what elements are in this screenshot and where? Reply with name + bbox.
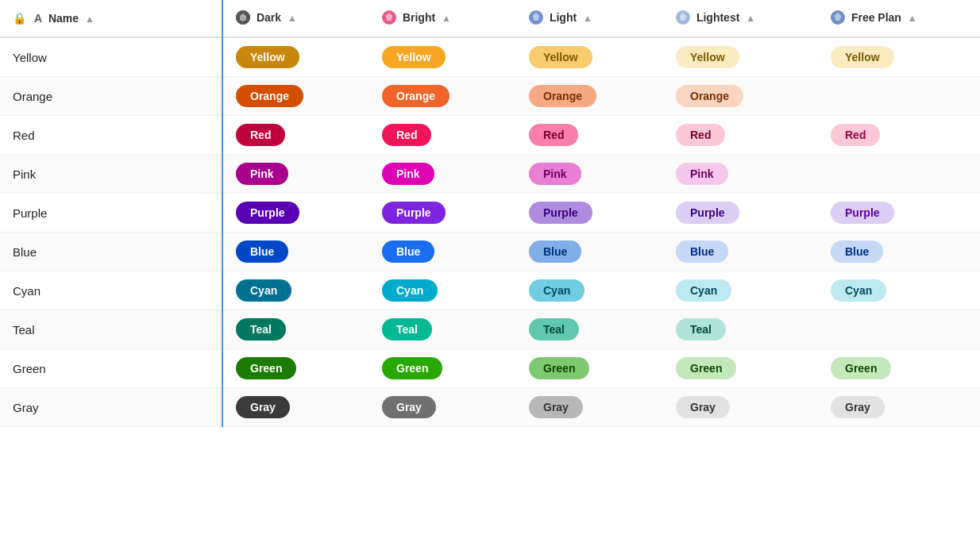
dark-cell: Green <box>222 349 369 388</box>
bright-badge: Yellow <box>382 46 446 68</box>
lightest-cell: Gray <box>663 388 818 427</box>
name-cell: Yellow <box>0 37 222 77</box>
dark-cell: Cyan <box>222 271 369 310</box>
col-freeplan-label: Free Plan <box>851 11 901 24</box>
dark-badge: Cyan <box>236 279 291 302</box>
light-badge: Cyan <box>529 279 585 302</box>
bright-sort-arrow: ▲ <box>442 13 451 24</box>
light-sort-arrow: ▲ <box>583 13 592 24</box>
light-cell: Green <box>516 349 663 388</box>
light-cell: Orange <box>516 77 663 116</box>
table-row: TealTealTealTealTeal <box>0 310 980 349</box>
bright-badge: Pink <box>382 163 434 185</box>
lock-icon: 🔒 <box>13 12 26 25</box>
bright-badge: Cyan <box>382 279 438 302</box>
light-badge: Pink <box>529 163 581 185</box>
light-badge: Teal <box>529 318 579 340</box>
bright-cell: Purple <box>369 194 516 233</box>
lightest-sort-arrow: ▲ <box>746 13 755 24</box>
freeplan-cell: Purple <box>818 194 980 233</box>
bright-col-icon <box>382 10 396 25</box>
bright-badge: Red <box>382 124 431 146</box>
lightest-cell: Yellow <box>663 37 818 77</box>
lightest-cell: Cyan <box>663 271 818 310</box>
light-shield-svg <box>529 10 543 25</box>
bright-cell: Blue <box>369 233 516 271</box>
lightest-cell: Blue <box>663 233 818 271</box>
lightest-cell: Purple <box>663 194 818 233</box>
lightest-badge: Teal <box>676 318 726 340</box>
light-badge: Red <box>529 124 578 146</box>
bright-badge: Teal <box>382 318 432 340</box>
light-badge: Purple <box>529 202 592 224</box>
bright-cell: Green <box>369 349 516 388</box>
lightest-badge: Purple <box>676 202 739 224</box>
bright-cell: Red <box>369 116 516 155</box>
header-name[interactable]: 🔒 A Name ▲ <box>0 0 222 37</box>
table-row: PinkPinkPinkPinkPink <box>0 155 980 194</box>
lightest-cell: Teal <box>663 310 818 349</box>
lightest-badge: Red <box>676 124 725 146</box>
freeplan-badge: Gray <box>831 396 885 418</box>
table-row: BlueBlueBlueBlueBlueBlue <box>0 233 980 271</box>
dark-badge: Blue <box>236 240 288 263</box>
lightest-badge: Blue <box>676 240 728 263</box>
table-row: YellowYellowYellowYellowYellowYellow <box>0 37 980 77</box>
lightest-cell: Green <box>663 349 818 388</box>
dark-badge: Green <box>236 357 296 379</box>
freeplan-cell: Cyan <box>818 271 980 310</box>
freeplan-cell <box>818 77 980 116</box>
bright-badge: Blue <box>382 240 434 263</box>
freeplan-sort-arrow: ▲ <box>908 13 917 24</box>
table-row: PurplePurplePurplePurplePurplePurple <box>0 194 980 233</box>
bright-cell: Orange <box>369 77 516 116</box>
header-row: 🔒 A Name ▲ Dark ▲ Bright <box>0 0 980 37</box>
freeplan-shield-svg <box>831 10 845 25</box>
bright-cell: Cyan <box>369 271 516 310</box>
col-name-label: Name <box>48 12 79 25</box>
col-bright-label: Bright <box>403 11 435 24</box>
name-cell: Orange <box>0 77 222 116</box>
lightest-cell: Red <box>663 116 818 155</box>
freeplan-badge: Green <box>831 357 891 379</box>
bright-shield-svg <box>382 10 396 25</box>
header-lightest[interactable]: Lightest ▲ <box>663 0 818 37</box>
name-cell: Purple <box>0 194 222 233</box>
lightest-badge: Cyan <box>676 279 731 302</box>
lightest-shield-svg <box>676 10 690 25</box>
header-bright[interactable]: Bright ▲ <box>369 0 516 37</box>
freeplan-badge: Blue <box>831 240 883 263</box>
bright-cell: Pink <box>369 155 516 194</box>
freeplan-badge: Yellow <box>831 46 894 68</box>
table-row: OrangeOrangeOrangeOrangeOrange <box>0 77 980 116</box>
freeplan-badge: Purple <box>831 202 894 224</box>
bright-badge: Purple <box>382 202 446 224</box>
light-badge: Orange <box>529 85 596 107</box>
table-row: RedRedRedRedRedRed <box>0 116 980 155</box>
lightest-cell: Pink <box>663 155 818 194</box>
freeplan-badge: Cyan <box>831 279 886 302</box>
name-cell: Pink <box>0 155 222 194</box>
bright-badge: Gray <box>382 396 436 418</box>
dark-cell: Blue <box>222 233 369 271</box>
header-dark[interactable]: Dark ▲ <box>222 0 369 37</box>
name-cell: Blue <box>0 233 222 271</box>
dark-sort-arrow: ▲ <box>287 13 297 24</box>
color-table: 🔒 A Name ▲ Dark ▲ Bright <box>0 0 980 427</box>
dark-cell: Gray <box>222 388 369 427</box>
light-cell: Red <box>516 116 663 155</box>
light-col-icon <box>529 10 543 25</box>
light-cell: Gray <box>516 388 663 427</box>
header-light[interactable]: Light ▲ <box>516 0 663 37</box>
col-lightest-label: Lightest <box>696 11 739 24</box>
freeplan-cell: Green <box>818 349 980 388</box>
bright-cell: Gray <box>369 388 516 427</box>
freeplan-cell <box>818 310 980 349</box>
light-badge: Blue <box>529 240 581 263</box>
dark-badge: Pink <box>236 163 288 185</box>
header-freeplan[interactable]: Free Plan ▲ <box>818 0 980 37</box>
light-cell: Cyan <box>516 271 663 310</box>
lightest-cell: Orange <box>663 77 818 116</box>
dark-cell: Red <box>222 116 369 155</box>
table-row: CyanCyanCyanCyanCyanCyan <box>0 271 980 310</box>
